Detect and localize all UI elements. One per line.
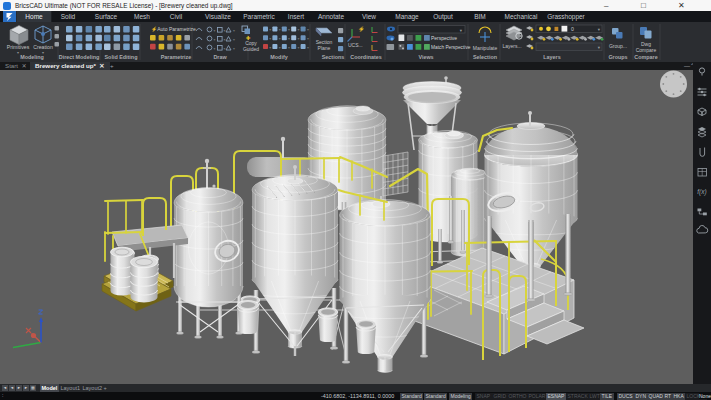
svg-text:▾: ▾ bbox=[307, 37, 309, 41]
svg-text:▾: ▾ bbox=[17, 50, 19, 55]
svg-text:⚡Auto Parametrize: ⚡Auto Parametrize bbox=[151, 26, 196, 33]
svg-text:▾: ▾ bbox=[307, 46, 309, 50]
svg-text:Draw: Draw bbox=[213, 54, 227, 60]
svg-text:▾: ▾ bbox=[233, 38, 235, 42]
svg-text:Layers...: Layers... bbox=[502, 43, 521, 49]
svg-text:▾: ▾ bbox=[42, 50, 44, 55]
svg-text:Compare: Compare bbox=[634, 54, 657, 60]
svg-text:Primitives: Primitives bbox=[7, 44, 30, 50]
svg-text:Guided: Guided bbox=[243, 46, 259, 52]
svg-text:▾: ▾ bbox=[298, 28, 300, 32]
svg-text:Group...: Group... bbox=[609, 43, 627, 49]
svg-text:Selection: Selection bbox=[473, 54, 497, 60]
svg-text:Compare: Compare bbox=[636, 47, 657, 53]
svg-text:▾: ▾ bbox=[233, 47, 235, 51]
svg-text:▾: ▾ bbox=[269, 28, 271, 32]
svg-text:Manipulate: Manipulate bbox=[473, 45, 498, 51]
svg-text:Match Perspective: Match Perspective bbox=[431, 45, 471, 50]
svg-text:▾: ▾ bbox=[298, 37, 300, 41]
svg-text:▾: ▾ bbox=[298, 46, 300, 50]
svg-text:▾: ▾ bbox=[279, 28, 281, 32]
svg-text:Solid Editing: Solid Editing bbox=[105, 54, 138, 60]
svg-text:▾: ▾ bbox=[288, 46, 290, 50]
svg-text:▾: ▾ bbox=[288, 37, 290, 41]
svg-text:▾: ▾ bbox=[224, 29, 226, 33]
svg-text:Modify: Modify bbox=[270, 54, 287, 60]
svg-text:Plane: Plane bbox=[318, 45, 331, 51]
svg-text:0: 0 bbox=[571, 26, 574, 32]
svg-text:▾: ▾ bbox=[224, 38, 226, 42]
svg-text:Perspective: Perspective bbox=[431, 35, 457, 41]
svg-text:▾: ▾ bbox=[214, 47, 216, 51]
svg-text:▾: ▾ bbox=[288, 28, 290, 32]
svg-text:Sections: Sections bbox=[322, 54, 344, 60]
svg-text:UCS...: UCS... bbox=[348, 42, 363, 48]
svg-text:Creation: Creation bbox=[33, 44, 53, 50]
svg-text:▾: ▾ bbox=[214, 29, 216, 33]
svg-text:▾: ▾ bbox=[269, 37, 271, 41]
svg-text:⚡: ⚡ bbox=[358, 25, 365, 33]
svg-text:Modeling: Modeling bbox=[20, 54, 44, 60]
svg-text:▾: ▾ bbox=[307, 28, 309, 32]
svg-text:▾: ▾ bbox=[279, 37, 281, 41]
svg-text:▾: ▾ bbox=[214, 38, 216, 42]
svg-text:Parametrize: Parametrize bbox=[161, 54, 192, 60]
svg-text:▾: ▾ bbox=[269, 46, 271, 50]
svg-text:f(x): f(x) bbox=[697, 188, 706, 196]
svg-text:▾: ▾ bbox=[279, 46, 281, 50]
svg-text:▾: ▾ bbox=[224, 47, 226, 51]
svg-text:Direct Modeling: Direct Modeling bbox=[59, 54, 99, 60]
svg-text:Views: Views bbox=[418, 54, 433, 60]
svg-text:Coordinates: Coordinates bbox=[350, 54, 381, 60]
svg-text:Groups: Groups bbox=[608, 54, 627, 60]
svg-text:▾: ▾ bbox=[233, 29, 235, 33]
svg-text:Layers: Layers bbox=[543, 54, 560, 60]
